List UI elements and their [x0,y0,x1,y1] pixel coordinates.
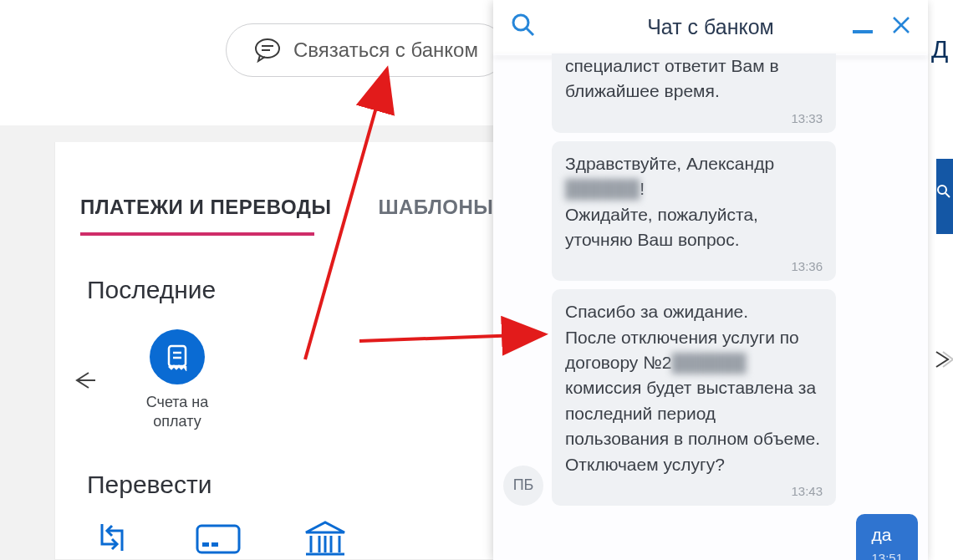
message-text: Здравствуйте, Александр ██████!Ожидайте,… [565,154,774,249]
transfer-bank-icon[interactable] [303,519,348,557]
message-text: Спасибо за ожидание.После отключения усл… [565,302,820,474]
svg-rect-6 [197,526,239,552]
avatar: ПБ [503,466,543,506]
svg-rect-7 [202,542,209,547]
search-icon [936,184,951,202]
svg-point-0 [256,39,279,58]
chat-body[interactable]: специалист ответит Вам в ближайшее время… [493,53,928,560]
minimize-icon[interactable] [853,30,873,33]
recent-back-arrow[interactable] [70,366,99,395]
contact-bank-label: Связаться с банком [293,38,478,62]
recent-item-invoices[interactable]: Счета на оплату [127,329,227,430]
transfer-between-accounts-icon[interactable] [90,519,134,557]
message-bank: ПБ Спасибо за ожидание.После отключения … [503,289,918,506]
receipt-icon [150,329,205,384]
message-time: 13:36 [565,257,823,276]
message-user: да 13:51 [503,514,918,560]
message-bank: Здравствуйте, Александр ██████!Ожидайте,… [503,141,918,282]
forward-arrow-icon [935,347,953,375]
recent-item-label: Счета на оплату [127,393,227,430]
svg-rect-3 [169,346,186,366]
svg-line-16 [945,193,950,197]
active-tab-indicator [80,232,314,236]
message-time: 13:43 [565,482,823,501]
message-time: 13:33 [565,109,823,128]
message-bank: специалист ответит Вам в ближайшее время… [503,53,918,133]
chat-header: Чат с банком [493,0,928,53]
contact-bank-button[interactable]: Связаться с банком [226,23,506,77]
tab-templates[interactable]: ШАБЛОНЫ [378,196,493,219]
edge-letter: Д [931,35,953,64]
message-time: 13:51 [871,549,903,560]
chat-bubble-icon [253,36,282,64]
page-edge-right: Д [928,0,953,560]
chat-panel: Чат с банком специалист ответит Вам в бл… [493,0,928,560]
message-text: да [871,525,891,544]
tab-payments[interactable]: ПЛАТЕЖИ И ПЕРЕВОДЫ [80,196,331,219]
message-text: специалист ответит Вам в ближайшее время… [565,56,779,100]
chat-title: Чат с банком [493,15,928,39]
svg-point-15 [938,186,946,194]
svg-rect-8 [211,542,218,547]
transfer-card-icon[interactable] [194,519,242,557]
